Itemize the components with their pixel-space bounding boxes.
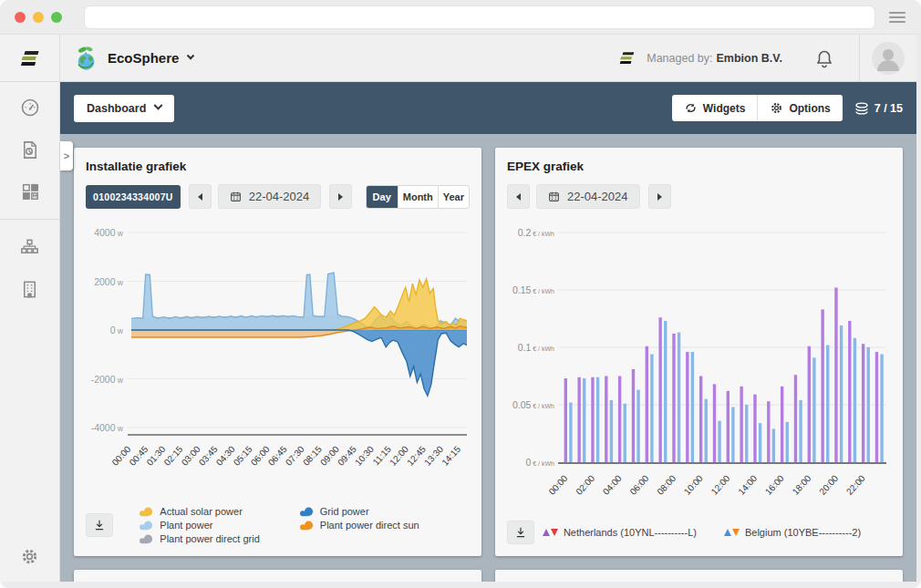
chevron-down-icon (187, 51, 194, 58)
widgets-icon (684, 101, 698, 115)
sidebar-item-reports[interactable] (12, 131, 48, 168)
options-button[interactable]: Options (757, 95, 842, 121)
widget-counter-value: 7 / 15 (874, 102, 903, 115)
legend-item: Plant power (138, 520, 259, 531)
legend-label: Belgium (10YBE----------2) (745, 527, 861, 538)
legend-item: Netherlands (10YNL----------L) (543, 527, 697, 538)
svg-text:10:30: 10:30 (353, 444, 376, 468)
sidebar-item-company[interactable] (12, 271, 48, 307)
download-icon (514, 526, 527, 539)
previous-date-button[interactable] (189, 184, 212, 209)
legend-item: Belgium (10YBE----------2) (724, 527, 861, 538)
window-bottom-edge (0, 582, 921, 588)
area-marker-icon (138, 521, 154, 531)
embion-small-logo (617, 48, 637, 68)
user-menu[interactable] (859, 35, 916, 81)
svg-text:06:00: 06:00 (628, 473, 651, 497)
svg-text:18:00: 18:00 (791, 473, 813, 497)
range-tab-month[interactable]: Month (398, 186, 438, 208)
browser-menu-icon[interactable] (889, 12, 905, 23)
dashboard-selector-button[interactable]: Dashboard (74, 95, 174, 122)
legend-label: Plant power (160, 520, 212, 531)
triangle-markers-icon (724, 529, 740, 536)
epex-grafiek-card: EPEX grafiek 22-04-2024 (495, 148, 903, 556)
close-window-button[interactable] (15, 12, 26, 23)
widgets-button-label: Widgets (703, 102, 746, 115)
area-marker-icon (138, 507, 154, 517)
range-tab-day[interactable]: Day (367, 186, 398, 208)
notifications-bell-icon[interactable] (813, 47, 835, 69)
legend-item: Plant power direct sun (298, 520, 419, 531)
previous-date-button[interactable] (507, 184, 530, 209)
next-date-button[interactable] (648, 184, 671, 209)
sidebar-item-installations[interactable] (12, 229, 48, 265)
legend-item: Plant power direct grid (138, 533, 259, 544)
download-button[interactable] (507, 521, 534, 544)
svg-text:12:00: 12:00 (709, 473, 732, 497)
widget-counter: 7 / 15 (854, 101, 903, 116)
card-title: EPEX grafiek (507, 160, 891, 173)
legend-label: Actual solar power (160, 506, 243, 517)
building-icon (19, 279, 40, 300)
date-value: 22-04-2024 (567, 190, 628, 203)
area-marker-icon (138, 534, 154, 544)
installatie-grafiek-card: Installatie grafiek 0100234334007U 22-04… (74, 148, 481, 556)
embion-logo[interactable] (0, 35, 59, 82)
gauge-icon (19, 97, 41, 119)
sidebar-item-widgets[interactable] (12, 173, 48, 210)
dashboard-toolbar: Dashboard Widgets (60, 82, 916, 134)
widgets-button[interactable]: Widgets (672, 95, 758, 121)
sidebar-item-dashboard[interactable] (12, 89, 48, 126)
next-date-button[interactable] (329, 184, 352, 209)
maximize-window-button[interactable] (51, 12, 62, 23)
installatie-chart: 4000 w2000 w0 w-2000 w-4000 w00:0000:450… (86, 222, 470, 482)
legend-label: Grid power (320, 506, 369, 517)
date-picker-button[interactable]: 22-04-2024 (218, 184, 322, 209)
report-icon (19, 139, 40, 160)
chevron-down-icon (154, 101, 163, 110)
dashboard-selector-label: Dashboard (87, 102, 146, 115)
svg-text:0.1 € / kWh: 0.1 € / kWh (518, 342, 554, 353)
svg-text:16:00: 16:00 (763, 473, 786, 497)
svg-text:2000 w: 2000 w (94, 276, 124, 287)
svg-text:0.05 € / kWh: 0.05 € / kWh (512, 399, 554, 410)
sidebar-item-settings[interactable] (12, 538, 48, 574)
calendar-icon (230, 191, 242, 202)
range-tab-year[interactable]: Year (438, 186, 469, 208)
ecosphere-logo-icon (73, 45, 100, 72)
sidebar-expander[interactable]: > (60, 141, 73, 170)
options-gear-icon (770, 101, 783, 115)
sidebar (0, 35, 60, 582)
epex-chart: 0.2 € / kWh0.15 € / kWh0.1 € / kWh0.05 €… (507, 222, 891, 510)
chart-legend: Actual solar powerPlant powerPlant power… (138, 506, 419, 544)
traffic-lights (15, 12, 62, 23)
download-icon (93, 519, 106, 531)
download-button[interactable] (86, 513, 113, 537)
url-bar[interactable] (84, 5, 875, 29)
triangle-markers-icon (543, 529, 558, 536)
brand-selector[interactable]: EcoSphere (73, 45, 193, 72)
svg-text:0 € / kWh: 0 € / kWh (525, 457, 554, 468)
svg-text:0 w: 0 w (110, 325, 124, 335)
dashboard-content: Installatie grafiek 0100234334007U 22-04… (60, 134, 916, 582)
app-header: EcoSphere Managed by: Embion B.V. (60, 35, 916, 82)
calendar-icon (548, 191, 560, 202)
managed-by-label: Managed by: (647, 52, 712, 65)
area-marker-icon (298, 507, 315, 517)
svg-text:14:15: 14:15 (440, 444, 462, 468)
svg-text:0.15 € / kWh: 0.15 € / kWh (512, 284, 554, 295)
serial-number-chip[interactable]: 0100234334007U (86, 185, 181, 209)
minimize-window-button[interactable] (33, 12, 44, 23)
svg-text:00:00: 00:00 (547, 473, 570, 497)
area-marker-icon (298, 521, 315, 531)
date-picker-button[interactable]: 22-04-2024 (536, 184, 640, 209)
svg-text:4000 w: 4000 w (94, 227, 124, 238)
next-row-card (74, 570, 481, 582)
chevron-left-icon (198, 193, 202, 201)
svg-text:-4000 w: -4000 w (91, 422, 124, 433)
legend-label: Plant power direct grid (160, 533, 259, 544)
grid-icon (20, 181, 40, 201)
gear-icon (19, 546, 40, 567)
svg-text:0.2 € / kWh: 0.2 € / kWh (518, 227, 554, 238)
sidebar-divider (0, 219, 59, 220)
